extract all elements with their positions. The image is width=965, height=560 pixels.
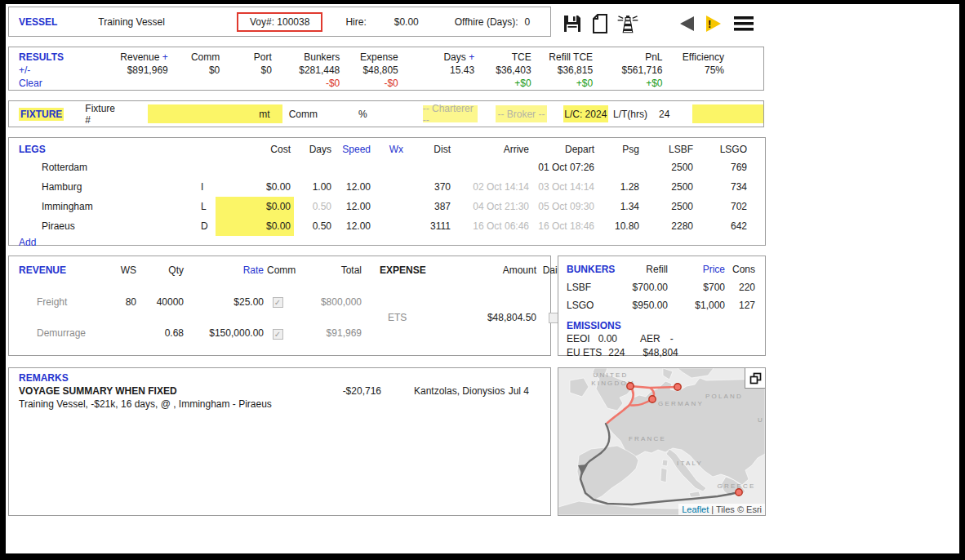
results-header-efficiency: Efficiency [663,51,724,64]
bunkers-header-refill: Refill [609,260,668,278]
leg-port[interactable]: Rotterdam [19,158,194,177]
lsbf-price-value[interactable]: $700 [668,278,725,296]
leg-days[interactable]: 0.50 [294,197,335,216]
map-marker-immingham[interactable] [627,383,634,389]
eeoi-value: 0.00 [598,332,617,346]
results-value-pnl: $561,716 [593,64,662,77]
results-header-refill-tce: Refill TCE [531,51,593,64]
add-leg-link[interactable]: Add [19,236,765,249]
legs-header-speed[interactable]: Speed [335,142,374,158]
fixture-title: FIXTURE [19,108,64,121]
leg-port[interactable]: Immingham [19,197,194,216]
remarks-title: REMARKS [19,372,550,384]
days-plus-link[interactable]: + [469,51,474,63]
menu-icon[interactable] [732,12,755,35]
demurrage-comm-checkbox[interactable] [273,329,283,340]
hire-value: $0.00 [394,16,419,28]
bunkers-header-price[interactable]: Price [668,260,725,278]
legs-header-lsgo: LSGO [696,142,750,158]
leg-arrive: 16 Oct 06:46 [454,216,532,236]
back-icon[interactable] [675,12,698,35]
vessel-name[interactable]: Training Vessel [98,16,165,28]
demurrage-rate-value[interactable]: $150,000.00 [184,323,264,343]
leg-port[interactable]: Piraeus [19,216,194,236]
map-marker-piraeus[interactable] [736,489,742,496]
freight-comm-checkbox[interactable] [273,297,283,308]
freight-total-value: $800,000 [291,292,362,312]
svg-text:POLAND: POLAND [705,393,743,400]
leg-days[interactable]: 0.50 [294,216,335,236]
leg-speed[interactable]: 12.00 [335,197,374,216]
leg-type: D [194,216,216,236]
results-panel: RESULTS +/- Clear Revenue + $891,969 Com… [8,47,764,91]
eu-ets-value: 224 [608,346,625,360]
results-header-bunkers: Bunkers [272,51,340,64]
legs-panel: LEGS Cost Days Speed Wx Dist Arrive Depa… [8,137,766,246]
leg-cost[interactable]: $0.00 [216,177,294,197]
lsgo-refill-value[interactable]: $950.00 [609,296,668,314]
ets-amount-value[interactable]: $48,804.50 [437,308,536,327]
warning-icon[interactable]: ! [701,12,724,35]
revenue-header-rate[interactable]: Rate [184,260,264,280]
freight-qty-value[interactable]: 40000 [136,292,184,312]
revenue-title: REVENUE [19,260,104,280]
results-value-efficiency: 75% [663,64,724,77]
results-plus-minus-link[interactable]: +/- [19,64,96,77]
revenue-plus-link[interactable]: + [162,51,168,63]
remark-entry-title: VOYAGE SUMMARY WHEN FIXED [19,384,339,398]
map-marker-rotterdam[interactable] [649,396,656,402]
lighthouse-icon[interactable] [616,12,639,35]
leg-cost[interactable]: $0.00 [216,216,294,236]
svg-text:FRANCE: FRANCE [629,435,666,442]
legs-title: LEGS [19,142,194,158]
demurrage-qty-value[interactable]: 0.68 [136,323,184,343]
aer-value: - [670,332,674,346]
vessel-section-label: VESSEL [19,16,57,28]
voyage-number-highlight: Voy#: 100038 [237,12,322,32]
legs-header-days: Days [294,142,335,158]
laycan-field[interactable]: L/C: 2024 [563,105,608,122]
results-value-days: 15.43 [398,64,474,77]
remark-entry-author: Kantzolas, Dionysios [414,384,505,398]
leaflet-link[interactable]: Leaflet [682,504,709,514]
results-value-expense: $48,805 [340,64,398,77]
leg-lsgo: 642 [696,216,750,236]
legs-header-wx[interactable]: Wx [374,142,407,158]
expand-icon [749,372,762,384]
new-document-icon[interactable] [589,12,611,35]
fixture-extra-input[interactable] [692,104,763,123]
results-clear-link[interactable]: Clear [19,77,96,90]
svg-text:UNITED: UNITED [594,371,629,379]
results-header-tce: TCE [474,51,531,64]
eu-ets-label: EU ETS [567,346,602,360]
lsbf-refill-value[interactable]: $700.00 [609,278,668,296]
fixture-percent-label: % [358,109,367,120]
leg-cost[interactable]: $0.00 [216,197,294,216]
lsgo-price-value[interactable]: $1,000 [668,296,725,314]
broker-select[interactable]: -- Broker -- [496,105,546,122]
leg-speed[interactable]: 12.00 [335,216,374,236]
results-header-revenue: Revenue + [96,51,167,64]
results-header-port: Port [220,51,272,64]
freight-rate-value[interactable]: $25.00 [184,292,264,312]
leg-arrive: 04 Oct 21:30 [454,197,532,216]
map-marker-hamburg[interactable] [674,384,681,390]
leg-days[interactable]: 1.00 [294,177,335,197]
expense-title: EXPENSE [375,260,437,280]
expense-row-label: ETS [375,308,437,327]
freight-ws-value[interactable]: 80 [104,292,136,312]
fixture-quantity-input[interactable]: mt [148,104,282,123]
map-expand-button[interactable] [745,368,765,389]
leg-port[interactable]: Hamburg [19,177,194,197]
leg-lsbf: 2500 [643,177,696,197]
leg-speed[interactable]: 12.00 [335,177,374,197]
hire-label: Hire: [345,16,366,28]
svg-text:GERMANY: GERMANY [658,400,704,407]
laytime-hours-value: 24 [659,109,669,120]
route-map[interactable]: UNITED KINGDOM POLAND GERMANY FRANCE ITA… [558,367,766,516]
leg-lsbf: 2500 [643,158,696,177]
charterer-select[interactable]: -- Charterer -- [423,105,478,122]
leg-psg: 10.80 [598,216,643,236]
save-icon[interactable] [561,12,584,35]
demurrage-ws-value [104,323,136,343]
